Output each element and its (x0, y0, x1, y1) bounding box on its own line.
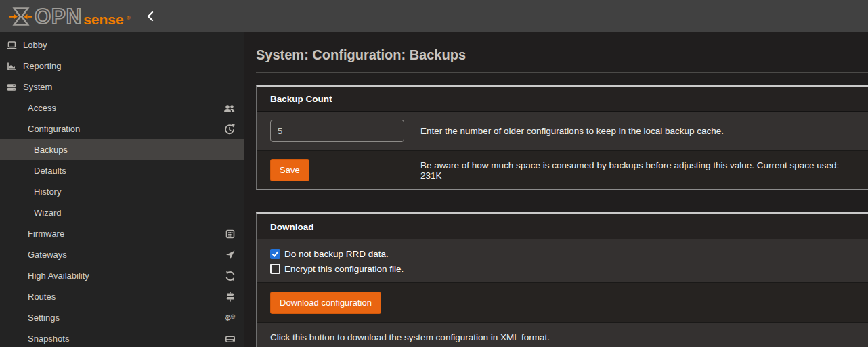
sidebar-item-snapshots[interactable]: Snapshots (0, 328, 244, 347)
sidebar-item-reporting[interactable]: Reporting (0, 55, 244, 76)
registered-mark: ® (127, 15, 131, 21)
encrypt-checkbox-label: Encrypt this configuration file. (284, 264, 404, 274)
sidebar-item-label: Snapshots (28, 333, 69, 344)
save-help: Be aware of how much space is consumed b… (420, 160, 854, 181)
backup-count-row: Enter the number of older configurations… (257, 112, 868, 150)
check-icon (272, 250, 279, 258)
history-icon (224, 124, 236, 135)
download-panel-header: Download (257, 214, 868, 239)
sidebar-item-system[interactable]: System (0, 76, 244, 97)
download-configuration-button[interactable]: Download configuration (270, 292, 381, 314)
download-button-row: Download configuration (257, 282, 868, 322)
topbar: OPN sense ® (0, 0, 868, 32)
save-button[interactable]: Save (270, 159, 309, 181)
sidebar-collapse-button[interactable] (146, 11, 155, 22)
sidebar-item-label: High Availability (28, 271, 89, 281)
backup-count-panel: Backup Count Enter the number of older c… (256, 85, 868, 190)
encrypt-checkbox[interactable] (270, 264, 280, 274)
backup-count-panel-header: Backup Count (257, 87, 868, 112)
sidebar-item-label: Wizard (34, 208, 61, 218)
logo-text-sense: sense (83, 12, 124, 26)
location-arrow-icon (225, 250, 236, 260)
sidebar-item-label: Configuration (28, 124, 80, 134)
map-signs-icon (225, 292, 236, 302)
sidebar-item-history[interactable]: History (0, 181, 244, 202)
sidebar-item-label: Access (28, 103, 56, 113)
download-options-row: Do not backup RRD data. Encrypt this con… (257, 239, 868, 282)
sidebar-item-label: Defaults (34, 166, 66, 176)
sidebar-item-label: Lobby (23, 40, 47, 50)
sidebar-item-label: Gateways (28, 250, 67, 260)
sidebar-item-backups[interactable]: Backups (0, 139, 244, 160)
main-content: System: Configuration: Backups Backup Co… (244, 32, 868, 347)
rrd-checkbox-label: Do not backup RRD data. (284, 249, 389, 259)
users-icon (223, 103, 236, 114)
firmware-grid-icon (225, 229, 236, 239)
download-help-text: Click this button to download the system… (270, 332, 550, 342)
sidebar-item-label: Settings (28, 313, 60, 323)
sidebar-item-defaults[interactable]: Defaults (0, 160, 244, 181)
sidebar-item-label: Firmware (28, 229, 64, 239)
sidebar-item-label: History (34, 187, 61, 197)
hourglass-logo-icon (9, 6, 32, 27)
area-chart-icon (5, 61, 18, 72)
sidebar-item-settings[interactable]: Settings ⚙⚙ (0, 307, 244, 328)
rrd-checkbox-line[interactable]: Do not backup RRD data. (270, 249, 854, 259)
laptop-icon (5, 40, 18, 51)
sidebar-item-gateways[interactable]: Gateways (0, 244, 244, 265)
opnsense-logo[interactable]: OPN sense ® (9, 6, 131, 27)
download-help-row: Click this button to download the system… (257, 322, 868, 347)
backup-count-help: Enter the number of older configurations… (420, 126, 854, 136)
sidebar-item-label: Routes (28, 292, 56, 302)
sidebar-item-label: System (23, 82, 52, 92)
sidebar-item-lobby[interactable]: Lobby (0, 34, 244, 55)
sidebar-item-label: Reporting (23, 61, 61, 71)
sidebar: Lobby Reporting (0, 32, 244, 347)
sidebar-item-firmware[interactable]: Firmware (0, 223, 244, 244)
sidebar-item-wizard[interactable]: Wizard (0, 202, 244, 223)
sidebar-item-access[interactable]: Access (0, 97, 244, 118)
page-head: System: Configuration: Backups (256, 32, 868, 73)
rrd-checkbox[interactable] (270, 249, 280, 259)
encrypt-checkbox-line[interactable]: Encrypt this configuration file. (270, 264, 854, 274)
hdd-icon (225, 333, 236, 344)
chevron-left-icon (146, 11, 155, 22)
page-title: System: Configuration: Backups (256, 47, 868, 63)
save-row: Save Be aware of how much space is consu… (257, 150, 868, 189)
backup-count-input[interactable] (270, 120, 404, 142)
server-icon (5, 82, 18, 93)
logo-text-opn: OPN (35, 6, 82, 27)
download-panel: Download Do not backup RRD data. (256, 212, 868, 347)
sidebar-item-high-availability[interactable]: High Availability (0, 265, 244, 286)
refresh-icon (225, 271, 236, 281)
gears-icon: ⚙⚙ (224, 314, 236, 322)
sidebar-item-configuration[interactable]: Configuration (0, 118, 244, 139)
sidebar-item-label: Backups (34, 145, 68, 155)
sidebar-item-routes[interactable]: Routes (0, 286, 244, 307)
